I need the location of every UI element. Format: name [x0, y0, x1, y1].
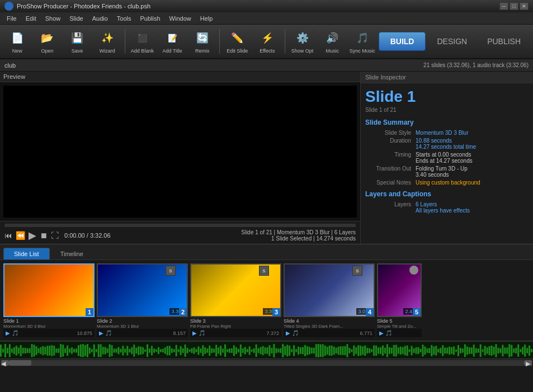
- slide-num-badge-4: 4: [366, 308, 374, 316]
- menu-window[interactable]: Window: [165, 14, 196, 23]
- menu-file[interactable]: File: [2, 14, 21, 23]
- design-mode-button[interactable]: DESIGN: [428, 32, 476, 50]
- play-button[interactable]: ▶: [29, 229, 36, 242]
- add-title-icon: 📝: [163, 29, 181, 47]
- fullscreen-button[interactable]: ⛶: [51, 231, 59, 240]
- slide-2-audio-icon[interactable]: 🎵: [105, 330, 112, 336]
- preview-canvas: [3, 86, 357, 218]
- slide-info-line2: 1 Slide Selected | 14.274 seconds: [241, 235, 356, 242]
- inspector-scroll[interactable]: Slide 1 Slide 1 of 21 Slide Summary Slid…: [361, 83, 533, 244]
- build-mode-button[interactable]: BUILD: [379, 32, 426, 51]
- menu-audio[interactable]: Audio: [88, 14, 112, 23]
- window-controls[interactable]: ─ □ ✕: [499, 2, 529, 10]
- maximize-button[interactable]: □: [510, 2, 518, 10]
- menu-slide[interactable]: Slide: [65, 14, 87, 23]
- effects-button[interactable]: ⚡ Effects: [253, 26, 281, 56]
- slide-thumbnail-5: 2.418 5: [377, 263, 422, 317]
- toolbar-separator-3: [285, 29, 285, 54]
- step-back-button[interactable]: ⏪: [16, 231, 25, 240]
- slide-num-badge-1: 1: [86, 308, 93, 316]
- slide-thumb-5[interactable]: 2.418 5 Slide 5 Simple Tilt and Zo... ▶ …: [377, 263, 422, 337]
- slide-2-controls: ▶ 🎵 8.157: [97, 329, 188, 337]
- special-notes-row: Special Notes Using custom background: [365, 180, 529, 186]
- menu-publish[interactable]: Publish: [136, 14, 165, 23]
- slide-thumb-4[interactable]: S 3.072 4 Slide 4 Tilted Singles 3D Dark…: [284, 263, 375, 337]
- new-button[interactable]: 📄 New: [3, 26, 31, 56]
- add-title-button[interactable]: 📝 Add Title: [158, 26, 186, 56]
- music-button[interactable]: 🔊 Music: [318, 26, 346, 56]
- slide-3-audio-icon[interactable]: 🎵: [199, 330, 205, 336]
- slide-1-audio-icon[interactable]: 🎵: [12, 330, 18, 336]
- menu-help[interactable]: Help: [196, 14, 218, 23]
- add-blank-button[interactable]: ⬛ Add Blank: [129, 26, 157, 56]
- seek-bar[interactable]: [4, 224, 356, 227]
- sync-music-button[interactable]: 🎵 Sync Music: [348, 26, 376, 56]
- toolbar: 📄 New 📂 Open 💾 Save ✨ Wizard ⬛ Add Blank…: [0, 25, 533, 59]
- slide-3-play-icon[interactable]: ▶: [192, 330, 197, 336]
- scroll-track[interactable]: [9, 360, 524, 366]
- scroll-thumb[interactable]: [9, 360, 31, 366]
- save-icon: 💾: [68, 29, 86, 47]
- show-opt-button[interactable]: ⚙️ Show Opt: [289, 26, 317, 56]
- tab-slide-list[interactable]: Slide List: [3, 248, 50, 259]
- slide-thumb-3[interactable]: S 3.399 3 Slide 3 Fill Frame Pan Right ▶…: [190, 263, 281, 337]
- slide-5-audio-icon[interactable]: 🎵: [385, 330, 392, 336]
- control-row: ⏮ ⏪ ▶ ⏹ ⛶ 0:00.00 / 3:32.06 Slide 1 of 2…: [4, 229, 356, 242]
- remix-button[interactable]: 🔄 Remix: [188, 26, 216, 56]
- slide-4-controls: ▶ 🎵 6.771: [284, 329, 375, 337]
- horizontal-scrollbar[interactable]: ◀ ▶: [0, 358, 533, 366]
- publish-mode-button[interactable]: PUBLISH: [478, 32, 530, 50]
- slide-2-play-icon[interactable]: ▶: [99, 330, 103, 336]
- edit-slide-label: Edit Slide: [227, 48, 248, 54]
- slide-thumb-2[interactable]: S 3.399 2 Slide 2 Momentum 3D 1 Blur ▶ 🎵…: [97, 263, 188, 337]
- open-label: Open: [41, 48, 53, 54]
- slide-4-audio-icon[interactable]: 🎵: [292, 330, 299, 336]
- edit-slide-button[interactable]: ✏️ Edit Slide: [223, 26, 251, 56]
- wizard-label: Wizard: [100, 48, 115, 54]
- tab-timeline[interactable]: Timeline: [50, 248, 94, 259]
- transition-name: Folding Turn 3D - Up: [416, 166, 529, 172]
- slide-4-play-icon[interactable]: ▶: [286, 330, 290, 336]
- scroll-left-arrow[interactable]: ◀: [1, 360, 9, 366]
- close-button[interactable]: ✕: [520, 2, 529, 10]
- time-display: 0:00.00 / 3:32.06: [64, 232, 111, 239]
- slide-1-play-icon[interactable]: ▶: [6, 330, 10, 336]
- sync-music-label: Sync Music: [350, 48, 375, 54]
- inspector-panel: Slide Inspector Slide 1 Slide 1 of 21 Sl…: [361, 72, 533, 244]
- preview-controls: ⏮ ⏪ ▶ ⏹ ⛶ 0:00.00 / 3:32.06 Slide 1 of 2…: [0, 221, 360, 244]
- wizard-button[interactable]: ✨ Wizard: [93, 26, 121, 56]
- slide-4-style: Tilted Singles 3D Dark Fram...: [284, 324, 375, 329]
- layers-note: All layers have effects: [416, 207, 529, 214]
- skip-back-button[interactable]: ⏮: [4, 231, 12, 240]
- slide-num-badge-2: 2: [179, 308, 187, 316]
- slide-num-badge-5: 5: [413, 308, 421, 316]
- slide-thumb-1[interactable]: 1 Slide 1 Momentum 3D 3 Blur ▶ 🎵 10.875: [3, 263, 95, 337]
- remix-icon: 🔄: [194, 29, 211, 47]
- slide-thumbnail-4: S 3.072 4: [284, 263, 375, 317]
- menu-bar: File Edit Show Slide Audio Tools Publish…: [0, 12, 533, 25]
- slide-num-badge-3: 3: [272, 308, 280, 316]
- save-button[interactable]: 💾 Save: [63, 26, 91, 56]
- show-opt-label: Show Opt: [291, 48, 314, 54]
- duration-total: 14.27 seconds total time: [416, 144, 529, 150]
- open-button[interactable]: 📂 Open: [34, 26, 62, 56]
- stop-button[interactable]: ⏹: [40, 231, 48, 240]
- menu-edit[interactable]: Edit: [21, 14, 41, 23]
- timing-label: Timing: [365, 152, 416, 164]
- transition-label: Transition Out: [365, 166, 416, 178]
- slide-4-duration: 6.771: [360, 330, 372, 336]
- scroll-right-arrow[interactable]: ▶: [524, 360, 532, 366]
- slide-4-overlay-icon: S: [352, 266, 362, 276]
- menu-tools[interactable]: Tools: [112, 14, 136, 23]
- total-time: 3:32.06: [90, 232, 111, 239]
- edit-slide-icon: ✏️: [228, 29, 246, 47]
- minimize-button[interactable]: ─: [499, 2, 508, 10]
- menu-show[interactable]: Show: [41, 14, 65, 23]
- music-label: Music: [326, 48, 339, 54]
- title-bar: ProShow Producer - Photodex Friends - cl…: [0, 0, 533, 12]
- audio-waveform: [0, 342, 533, 358]
- slide-strip: 1 Slide 1 Momentum 3D 3 Blur ▶ 🎵 10.875 …: [0, 259, 533, 341]
- new-label: New: [12, 48, 22, 54]
- tabs-bar: Slide List Timeline: [0, 244, 533, 259]
- slide-5-play-icon[interactable]: ▶: [379, 330, 384, 336]
